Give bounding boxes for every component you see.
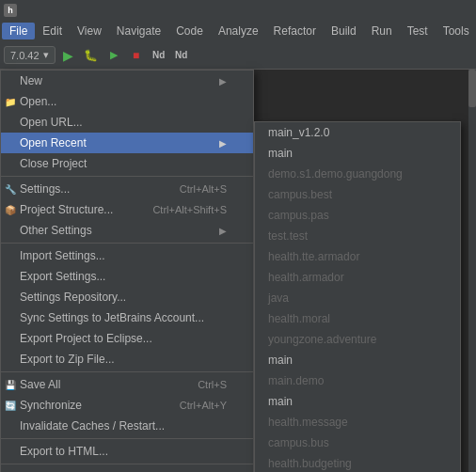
open-label: Open... bbox=[20, 95, 56, 108]
menu-item-other-settings[interactable]: Other Settings ▶ bbox=[1, 220, 253, 241]
menu-item-invalidate-caches[interactable]: Invalidate Caches / Restart... bbox=[1, 416, 253, 436]
version-label: 7.0.42 bbox=[10, 50, 40, 61]
recent-item-test-test[interactable]: test.test bbox=[255, 226, 460, 246]
menu-navigate[interactable]: Navigate bbox=[109, 23, 168, 39]
run-button[interactable]: ▶ bbox=[59, 46, 78, 65]
export-zip-label: Export to Zip File... bbox=[20, 353, 115, 366]
recent-item-java[interactable]: java bbox=[255, 288, 460, 308]
recent-item-health-budgeting[interactable]: health.budgeting bbox=[255, 453, 460, 472]
open-folder-icon: 📁 bbox=[5, 97, 16, 107]
menu-refactor[interactable]: Refactor bbox=[266, 23, 324, 39]
coverage-button[interactable]: ▶ bbox=[104, 46, 123, 65]
open-url-label: Open URL... bbox=[20, 116, 83, 129]
project-structure-label: Project Structure... bbox=[20, 203, 113, 216]
recent-item-health-armador[interactable]: health.armador bbox=[255, 267, 460, 288]
title-bar: h bbox=[0, 0, 476, 21]
export-html-label: Export to HTML... bbox=[20, 445, 108, 458]
menu-item-close-project[interactable]: Close Project bbox=[1, 153, 253, 174]
save-all-label: Save All bbox=[20, 378, 60, 391]
menu-test[interactable]: Test bbox=[400, 23, 436, 39]
menu-bar: File Edit View Navigate Code Analyze Ref… bbox=[0, 21, 476, 41]
recent-item-main-demo[interactable]: main.demo bbox=[255, 370, 460, 391]
menu-file[interactable]: File bbox=[2, 23, 35, 39]
save-all-shortcut: Ctrl+S bbox=[198, 379, 227, 390]
menu-edit[interactable]: Edit bbox=[35, 23, 70, 39]
stop-button[interactable]: ■ bbox=[127, 46, 146, 65]
nd-button1[interactable]: Nd bbox=[150, 46, 168, 65]
synchronize-label: Synchronize bbox=[20, 399, 82, 412]
recent-item-main-v1[interactable]: main_v1.2.0 bbox=[255, 122, 460, 143]
content-area: e New ▶ 📁 Open... Open URL... Open Recen… bbox=[0, 70, 476, 472]
menu-item-settings-repository[interactable]: Settings Repository... bbox=[1, 287, 253, 307]
nd-button2[interactable]: Nd bbox=[172, 46, 191, 65]
recent-item-demo-guangdong[interactable]: demo.s1.demo.guangdong bbox=[255, 164, 460, 184]
sync-settings-label: Sync Settings to JetBrains Account... bbox=[20, 311, 204, 324]
recent-item-campus-best[interactable]: campus.best bbox=[255, 184, 460, 205]
export-eclipse-label: Export Project to Eclipse... bbox=[20, 332, 152, 345]
save-icon: 💾 bbox=[5, 380, 16, 390]
open-recent-label: Open Recent bbox=[20, 136, 87, 149]
new-label: New bbox=[20, 74, 42, 87]
menu-item-open-url[interactable]: Open URL... bbox=[1, 112, 253, 133]
app-icon: h bbox=[4, 4, 17, 17]
recent-item-main-1[interactable]: main bbox=[255, 143, 460, 164]
invalidate-caches-label: Invalidate Caches / Restart... bbox=[20, 419, 165, 433]
recent-item-main-2[interactable]: main bbox=[255, 350, 460, 370]
menu-item-open-recent[interactable]: Open Recent ▶ bbox=[1, 133, 253, 153]
debug-button[interactable]: 🐛 bbox=[82, 46, 101, 65]
divider-4 bbox=[1, 438, 253, 439]
synchronize-shortcut: Ctrl+Alt+Y bbox=[180, 400, 227, 411]
menu-run[interactable]: Run bbox=[364, 23, 400, 39]
menu-code[interactable]: Code bbox=[168, 23, 211, 39]
export-settings-label: Export Settings... bbox=[20, 270, 105, 283]
toolbar: 7.0.42 ▾ ▶ 🐛 ▶ ■ Nd Nd bbox=[0, 41, 476, 70]
close-project-label: Close Project bbox=[20, 157, 87, 170]
file-dropdown-menu: New ▶ 📁 Open... Open URL... Open Recent … bbox=[0, 70, 254, 472]
import-settings-label: Import Settings... bbox=[20, 249, 105, 262]
divider-3 bbox=[1, 371, 253, 372]
version-selector[interactable]: 7.0.42 ▾ bbox=[4, 46, 56, 64]
other-settings-arrow: ▶ bbox=[219, 226, 227, 236]
settings-wrench-icon: 🔧 bbox=[5, 184, 16, 195]
editor-scrollbar[interactable] bbox=[468, 70, 476, 472]
menu-item-project-structure[interactable]: 📦 Project Structure... Ctrl+Alt+Shift+S bbox=[1, 199, 253, 220]
recent-item-campus-bus[interactable]: campus.bus bbox=[255, 433, 460, 453]
version-arrow: ▾ bbox=[43, 49, 49, 61]
synchronize-icon: 🔄 bbox=[5, 401, 16, 411]
menu-item-sync-settings[interactable]: Sync Settings to JetBrains Account... bbox=[1, 307, 253, 328]
scrollbar-thumb[interactable] bbox=[468, 70, 476, 107]
divider-2 bbox=[1, 243, 253, 244]
menu-item-export-html[interactable]: Export to HTML... bbox=[1, 441, 253, 462]
project-structure-icon: 📦 bbox=[5, 205, 16, 215]
menu-view[interactable]: View bbox=[70, 23, 109, 39]
menu-analyze[interactable]: Analyze bbox=[211, 23, 266, 39]
menu-item-import-settings[interactable]: Import Settings... bbox=[1, 245, 253, 266]
recent-item-youngzone[interactable]: youngzone.adventure bbox=[255, 329, 460, 350]
open-recent-arrow: ▶ bbox=[219, 138, 227, 149]
menu-item-open[interactable]: 📁 Open... bbox=[1, 91, 253, 112]
other-settings-label: Other Settings bbox=[20, 224, 92, 237]
recent-item-health-message[interactable]: health.message bbox=[255, 412, 460, 433]
menu-item-print[interactable]: 🖨 Print... bbox=[1, 466, 253, 472]
project-structure-shortcut: Ctrl+Alt+Shift+S bbox=[152, 204, 227, 215]
recent-item-campus-pas[interactable]: campus.pas bbox=[255, 205, 460, 226]
divider-1 bbox=[1, 176, 253, 177]
menu-item-save-all[interactable]: 💾 Save All Ctrl+S bbox=[1, 374, 253, 395]
menu-item-export-settings[interactable]: Export Settings... bbox=[1, 266, 253, 287]
menu-tools[interactable]: Tools bbox=[436, 23, 476, 39]
menu-item-export-eclipse[interactable]: Export Project to Eclipse... bbox=[1, 328, 253, 349]
settings-shortcut: Ctrl+Alt+S bbox=[180, 183, 227, 195]
recent-item-health-tte[interactable]: health.tte.armador bbox=[255, 246, 460, 267]
settings-label: Settings... bbox=[20, 182, 70, 196]
menu-item-new[interactable]: New ▶ bbox=[1, 71, 253, 91]
recent-item-main-3[interactable]: main bbox=[255, 391, 460, 412]
recent-item-health-moral[interactable]: health.moral bbox=[255, 308, 460, 329]
new-arrow: ▶ bbox=[219, 76, 227, 87]
menu-item-settings[interactable]: 🔧 Settings... Ctrl+Alt+S bbox=[1, 179, 253, 199]
menu-item-export-zip[interactable]: Export to Zip File... bbox=[1, 349, 253, 370]
open-recent-submenu: main_v1.2.0 main demo.s1.demo.guangdong … bbox=[254, 121, 461, 472]
menu-build[interactable]: Build bbox=[324, 23, 364, 39]
divider-5 bbox=[1, 464, 253, 464]
menu-item-synchronize[interactable]: 🔄 Synchronize Ctrl+Alt+Y bbox=[1, 395, 253, 416]
settings-repository-label: Settings Repository... bbox=[20, 291, 126, 304]
